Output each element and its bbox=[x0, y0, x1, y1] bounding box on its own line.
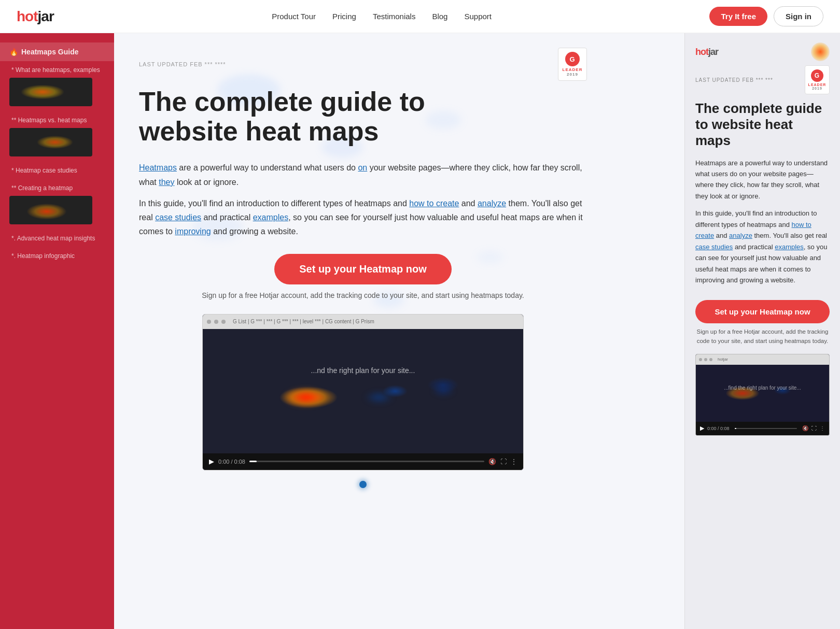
video-player: G List | G *** | *** | G *** | *** | lev… bbox=[202, 314, 524, 470]
rp-toolbar-dot3 bbox=[709, 358, 712, 361]
last-updated: LAST UPDATED FEB *** **** G Leader 2019 bbox=[139, 48, 587, 81]
rp-case-studies-link[interactable]: case studies bbox=[695, 243, 733, 251]
rp-settings-icon[interactable]: ⋮ bbox=[820, 425, 825, 431]
heatmap-blob-cool2 bbox=[430, 385, 456, 397]
rp-video-time: 0:00 / 0:08 bbox=[707, 426, 730, 431]
sidebar-label-1: * What are heatmaps, examples bbox=[9, 66, 105, 74]
flame-icon: 🔥 bbox=[9, 48, 18, 56]
heatmap-overlay-2 bbox=[9, 128, 92, 156]
video-overlay-text: ...nd the right plan for your site... bbox=[311, 366, 415, 375]
rp-toolbar-label: hotjar bbox=[718, 357, 728, 362]
logo: hotjar bbox=[17, 8, 54, 25]
sidebar-item-case-studies[interactable]: * Heatmap case studies bbox=[0, 162, 114, 179]
sidebar-label-3: * Heatmap case studies bbox=[9, 167, 105, 174]
scroll-dot-inner bbox=[359, 481, 367, 488]
sidebar-thumb-2 bbox=[9, 128, 92, 156]
sidebar-label-5: *. Advanced heat map insights bbox=[9, 235, 105, 242]
sidebar-item-advanced[interactable]: *. Advanced heat map insights bbox=[0, 230, 114, 247]
rp-cta-button[interactable]: Set up your Heatmap now bbox=[695, 300, 830, 323]
rp-video-controls: ▶ 0:00 / 0:08 🔇 ⛶ ⋮ bbox=[696, 422, 829, 435]
main-layout: 🔥 Heatmaps Guide * What are heatmaps, ex… bbox=[0, 33, 840, 629]
analyze-link[interactable]: analyze bbox=[478, 199, 506, 208]
nav-support[interactable]: Support bbox=[464, 12, 492, 21]
rp-toolbar-dot2 bbox=[704, 358, 707, 361]
nav-blog[interactable]: Blog bbox=[432, 12, 447, 21]
header: hotjar Product Tour Pricing Testimonials… bbox=[0, 0, 840, 33]
g2-badge-circle: G bbox=[565, 52, 580, 66]
scroll-indicator bbox=[139, 481, 587, 488]
heatmap-blob-hot bbox=[282, 387, 329, 408]
rp-play-button[interactable]: ▶ bbox=[700, 425, 704, 432]
rp-how-to-create-link[interactable]: how to create bbox=[695, 221, 811, 239]
sidebar-thumb-4 bbox=[9, 196, 92, 224]
sign-in-button[interactable]: Sign in bbox=[774, 6, 823, 26]
rp-last-updated: LAST UPDATED FEB *** *** G Leader 2019 bbox=[695, 65, 830, 94]
sidebar-label-4: ** Creating a heatmap bbox=[9, 184, 105, 192]
video-heatmap-overlay bbox=[203, 329, 523, 453]
case-studies-link[interactable]: case studies bbox=[155, 213, 201, 222]
sidebar-item-heatmaps-guide[interactable]: 🔥 Heatmaps Guide bbox=[0, 42, 114, 61]
rp-progress-bar[interactable] bbox=[735, 428, 797, 429]
g2-badge: G Leader 2019 bbox=[558, 48, 587, 81]
improving-link[interactable]: improving bbox=[175, 227, 211, 236]
sidebar-item-heatmaps-vs[interactable]: ** Heatmaps vs. heat maps bbox=[0, 111, 114, 162]
toolbar-label: G List | G *** | *** | G *** | *** | lev… bbox=[233, 319, 374, 324]
heatmap-overlay-4 bbox=[9, 196, 92, 224]
rp-text-1: Heatmaps are a powerful way to understan… bbox=[695, 158, 830, 202]
rp-analyze-link[interactable]: analyze bbox=[729, 232, 752, 239]
rp-video-toolbar: hotjar bbox=[696, 354, 829, 365]
header-actions: Try It free Sign in bbox=[709, 6, 823, 26]
rp-heatmap-overlay bbox=[696, 365, 829, 422]
cta-sub-text: Sign up for a free Hotjar account, add t… bbox=[139, 290, 587, 301]
rp-progress-fill bbox=[735, 428, 737, 429]
rp-toolbar-dot1 bbox=[699, 358, 702, 361]
how-to-create-link[interactable]: how to create bbox=[409, 199, 459, 208]
they-link[interactable]: they bbox=[159, 178, 174, 187]
progress-bar[interactable] bbox=[249, 461, 484, 462]
right-panel: hotjar LAST UPDATED FEB *** *** G Leader… bbox=[684, 33, 840, 629]
on-link[interactable]: on bbox=[358, 163, 367, 172]
main-nav: Product Tour Pricing Testimonials Blog S… bbox=[272, 12, 492, 21]
sidebar-thumb-1 bbox=[9, 78, 92, 106]
play-button[interactable]: ▶ bbox=[209, 458, 214, 465]
rp-fullscreen-icon[interactable]: ⛶ bbox=[811, 425, 817, 431]
sidebar-item-infographic[interactable]: *. Heatmap infographic bbox=[0, 247, 114, 265]
nav-pricing[interactable]: Pricing bbox=[332, 12, 356, 21]
sidebar-label-0: Heatmaps Guide bbox=[21, 48, 78, 56]
video-content[interactable]: ...nd the right plan for your site... bbox=[203, 329, 523, 453]
sidebar-item-creating[interactable]: ** Creating a heatmap bbox=[0, 179, 114, 230]
rp-examples-link[interactable]: examples bbox=[775, 243, 804, 251]
rp-video-content[interactable]: ...find the right plan for your site... bbox=[696, 365, 829, 422]
content-inner: LAST UPDATED FEB *** **** G Leader 2019 … bbox=[114, 33, 612, 509]
rp-heatmap-dot bbox=[811, 42, 830, 61]
toolbar-dot-1 bbox=[207, 320, 211, 324]
video-toolbar: G List | G *** | *** | G *** | *** | lev… bbox=[203, 314, 523, 329]
nav-product-tour[interactable]: Product Tour bbox=[272, 12, 316, 21]
heatmap-overlay-1 bbox=[9, 78, 92, 106]
video-controls: ▶ 0:00 / 0:08 🔇 ⛶ ⋮ bbox=[203, 453, 523, 470]
progress-fill bbox=[249, 461, 257, 462]
try-free-button[interactable]: Try It free bbox=[709, 7, 767, 26]
page-title: The complete guide to website heat maps bbox=[139, 87, 502, 146]
rp-vol-icon[interactable]: 🔇 bbox=[802, 425, 808, 431]
sidebar: 🔥 Heatmaps Guide * What are heatmaps, ex… bbox=[0, 33, 114, 629]
examples-link[interactable]: examples bbox=[253, 213, 288, 222]
volume-icon[interactable]: 🔇 bbox=[488, 458, 496, 465]
settings-icon[interactable]: ⋮ bbox=[511, 458, 517, 465]
cta-main-button[interactable]: Set up your Heatmap now bbox=[274, 254, 452, 284]
intro-paragraph-1: Heatmaps are a powerful way to understan… bbox=[139, 161, 587, 189]
rp-logo: hotjar bbox=[695, 47, 718, 58]
sidebar-item-what-are-heatmaps[interactable]: * What are heatmaps, examples bbox=[0, 61, 114, 111]
video-time: 0:00 / 0:08 bbox=[218, 459, 245, 465]
sidebar-label-2: ** Heatmaps vs. heat maps bbox=[9, 117, 105, 124]
rp-text-2: In this guide, you'll find an introducti… bbox=[695, 208, 830, 285]
rp-video-text: ...find the right plan for your site... bbox=[724, 384, 801, 390]
heatmap-blob-cool bbox=[363, 391, 395, 404]
toolbar-dot-2 bbox=[214, 320, 218, 324]
nav-testimonials[interactable]: Testimonials bbox=[373, 12, 416, 21]
center-content: LAST UPDATED FEB *** **** G Leader 2019 … bbox=[114, 33, 684, 629]
heatmaps-link[interactable]: Heatmaps bbox=[139, 163, 177, 172]
rp-g2-badge: G Leader 2019 bbox=[805, 65, 830, 94]
rp-cta-sub: Sign up for a free Hotjar account, add t… bbox=[695, 327, 830, 346]
fullscreen-icon[interactable]: ⛶ bbox=[500, 458, 507, 465]
